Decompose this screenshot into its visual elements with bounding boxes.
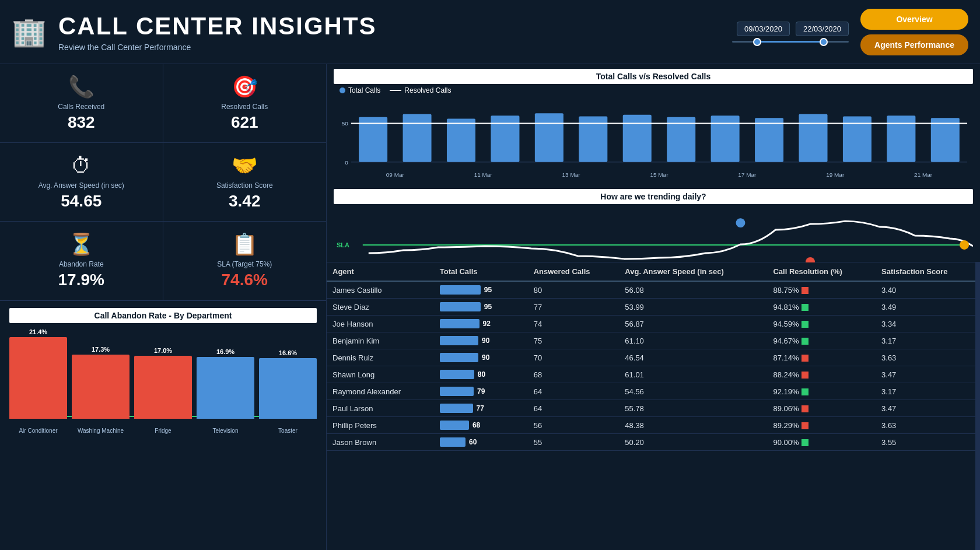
bar-group-0: 21.4%Air Conditioner: [9, 328, 67, 419]
bar-label-0: Air Conditioner: [9, 428, 67, 434]
agent-satisfaction: 3.63: [876, 349, 980, 366]
satisfaction-label: Satisfaction Score: [216, 181, 273, 190]
sla-label: SLA (Target 75%): [217, 260, 272, 268]
svg-rect-10: [623, 115, 652, 162]
bar-rect-1: [72, 355, 130, 419]
kpi-satisfaction: 🤝 Satisfaction Score 3.42: [163, 143, 327, 222]
date-range: 09/03/2020 22/03/2020: [737, 22, 849, 36]
agent-name: Benjamin Kim: [327, 332, 434, 349]
agent-total-calls: 77: [434, 400, 528, 417]
agent-total-calls: 90: [434, 332, 528, 349]
col-resolution: Call Resolution (%): [767, 262, 876, 281]
svg-text:SLA: SLA: [337, 241, 349, 248]
header-controls: 09/03/2020 22/03/2020: [732, 22, 849, 43]
date-range-slider[interactable]: [732, 41, 849, 43]
resolution-flag: [802, 355, 808, 362]
resolution-flag: [802, 372, 808, 379]
table-row: Dennis Ruiz907046.5487.14%3.63: [327, 349, 980, 366]
main-content: 📞 Calls Received 832 🎯 Resolved Calls 62…: [0, 64, 980, 550]
bar-rect-0: [9, 337, 67, 419]
right-panel: Total Calls v/s Resolved Calls Total Cal…: [327, 64, 980, 550]
svg-text:50: 50: [342, 120, 349, 127]
table-row: Phillip Peters685648.3889.29%3.63: [327, 417, 980, 434]
agent-answered: 64: [528, 400, 620, 417]
bar-chart-area: 21.4%Air Conditioner17.3%Washing Machine…: [9, 330, 317, 435]
svg-rect-6: [447, 118, 475, 162]
page-title: CALL CENTER INSIGHTS: [58, 12, 732, 40]
bar-chart-title: Call Abandon Rate - By Department: [9, 308, 317, 323]
date-start[interactable]: 09/03/2020: [737, 22, 790, 36]
bar-pct-1: 17.3%: [92, 346, 110, 353]
table-row: Paul Larson776455.7889.06%3.47: [327, 400, 980, 417]
left-panel: 📞 Calls Received 832 🎯 Resolved Calls 62…: [0, 64, 327, 550]
header-title-area: CALL CENTER INSIGHTS Review the Call Cen…: [58, 12, 732, 52]
legend-total-calls: Total Calls: [340, 86, 380, 94]
agent-satisfaction: 3.17: [876, 332, 980, 349]
agent-answered: 55: [528, 434, 620, 451]
resolution-flag: [802, 388, 808, 395]
table-area: Agent Total Calls Answered Calls Avg. An…: [327, 262, 980, 550]
sla-value: 74.6%: [222, 271, 268, 289]
sla-icon: 📋: [232, 232, 258, 257]
slider-track: [732, 41, 849, 43]
legend-resolved-line: [390, 90, 401, 91]
resolution-flag: [802, 422, 808, 429]
abandon-icon: ⏳: [68, 232, 94, 257]
abandon-label: Abandon Rate: [59, 260, 104, 268]
agent-satisfaction: 3.49: [876, 299, 980, 316]
bar-label-4: Toaster: [259, 428, 317, 434]
bar-pct-4: 16.6%: [279, 349, 297, 356]
agent-total-calls: 92: [434, 316, 528, 332]
agent-resolution: 90.00%: [767, 434, 876, 451]
bar-label-3: Television: [197, 428, 254, 434]
agents-table-container[interactable]: Agent Total Calls Answered Calls Avg. An…: [327, 262, 980, 451]
resolved-calls-icon: 🎯: [232, 75, 258, 99]
bar-chart-panel: Call Abandon Rate - By Department 21.4%A…: [0, 301, 326, 550]
total-calls-svg: 05009 Mar11 Mar13 Mar15 Mar17 Mar19 Mar2…: [334, 98, 973, 180]
agent-resolution: 94.59%: [767, 316, 876, 332]
svg-point-28: [736, 218, 745, 227]
agent-answered: 68: [528, 366, 620, 383]
svg-rect-14: [799, 114, 827, 162]
kpi-resolved-calls: 🎯 Resolved Calls 621: [163, 64, 327, 143]
agents-performance-button[interactable]: Agents Performance: [860, 34, 968, 55]
table-row: Jason Brown605550.2090.00%3.55: [327, 434, 980, 451]
agent-avg-speed: 61.10: [619, 332, 767, 349]
resolution-flag: [802, 338, 808, 345]
agent-resolution: 87.14%: [767, 349, 876, 366]
agent-resolution: 89.06%: [767, 400, 876, 417]
agent-avg-speed: 46.54: [619, 349, 767, 366]
agent-satisfaction: 3.34: [876, 316, 980, 332]
agent-avg-speed: 53.99: [619, 299, 767, 316]
resolved-calls-value: 621: [231, 113, 258, 132]
kpi-avg-speed: ⏱ Avg. Answer Speed (in sec) 54.65: [0, 143, 163, 222]
svg-rect-5: [403, 114, 432, 162]
kpi-calls-received: 📞 Calls Received 832: [0, 64, 163, 143]
slider-thumb-right[interactable]: [820, 38, 828, 46]
agent-total-calls: 95: [434, 281, 528, 299]
date-end[interactable]: 22/03/2020: [796, 22, 849, 36]
agent-name: Raymond Alexander: [327, 383, 434, 400]
slider-thumb-left[interactable]: [753, 38, 761, 46]
agent-name: Joe Hanson: [327, 316, 434, 332]
header: 🏢 CALL CENTER INSIGHTS Review the Call C…: [0, 0, 980, 64]
satisfaction-icon: 🤝: [232, 153, 258, 178]
agent-resolution: 92.19%: [767, 383, 876, 400]
kpi-grid: 📞 Calls Received 832 🎯 Resolved Calls 62…: [0, 64, 326, 301]
agent-total-calls: 95: [434, 299, 528, 316]
svg-rect-8: [535, 113, 564, 162]
bar-rect-2: [134, 356, 192, 419]
svg-rect-16: [887, 115, 915, 162]
satisfaction-value: 3.42: [229, 192, 261, 211]
bar-pct-2: 17.0%: [154, 347, 172, 354]
scrollbar[interactable]: [975, 262, 980, 550]
bar-group-4: 16.6%Toaster: [259, 349, 317, 419]
col-total-calls: Total Calls: [434, 262, 528, 281]
overview-button[interactable]: Overview: [860, 9, 968, 30]
agent-avg-speed: 61.01: [619, 366, 767, 383]
bar-group-3: 16.9%Television: [197, 348, 254, 419]
agent-avg-speed: 56.87: [619, 316, 767, 332]
agent-total-calls: 60: [434, 434, 528, 451]
resolution-flag: [802, 321, 808, 328]
table-row: Shawn Long806861.0188.24%3.47: [327, 366, 980, 383]
